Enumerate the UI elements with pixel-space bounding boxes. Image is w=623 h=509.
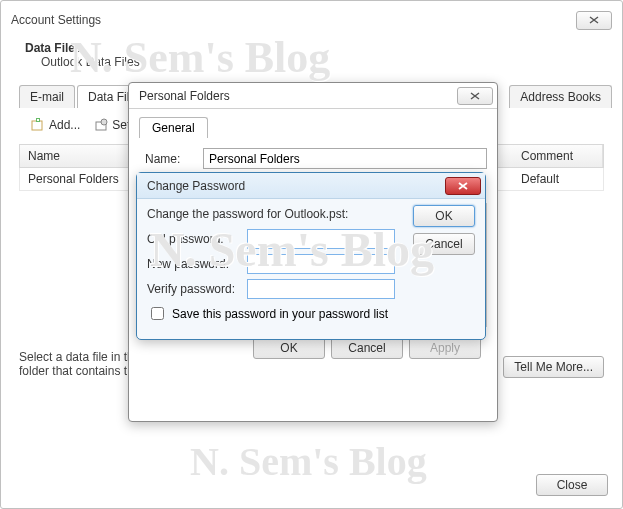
svg-rect-2: [37, 119, 39, 121]
pf-cancel-button[interactable]: Cancel: [331, 337, 403, 359]
gear-icon: [94, 118, 108, 132]
cp-ok-button[interactable]: OK: [413, 205, 475, 227]
pf-name-input[interactable]: [203, 148, 487, 169]
cp-new-label: New password:: [147, 257, 247, 271]
pf-close-button[interactable]: [457, 87, 493, 105]
window-close-button[interactable]: [576, 11, 612, 30]
svg-point-4: [101, 119, 107, 125]
cp-verify-input[interactable]: [247, 279, 395, 299]
cp-title: Change Password: [147, 179, 245, 193]
cp-new-input[interactable]: [247, 254, 395, 274]
pf-ok-button[interactable]: OK: [253, 337, 325, 359]
section-subtitle: Outlook Data Files: [41, 55, 612, 69]
pf-name-label: Name:: [145, 152, 193, 166]
cp-verify-label: Verify password:: [147, 282, 247, 296]
add-icon: [31, 118, 45, 132]
cp-old-label: Old password:: [147, 232, 247, 246]
pf-title: Personal Folders: [139, 89, 230, 103]
window-title: Account Settings: [11, 13, 101, 27]
tab-email[interactable]: E-mail: [19, 85, 75, 108]
pf-tab-general[interactable]: General: [139, 117, 208, 138]
change-password-dialog: Change Password Change the password for …: [136, 172, 486, 340]
close-button[interactable]: Close: [536, 474, 608, 496]
pf-apply-button: Apply: [409, 337, 481, 359]
section-title: Data Files: [25, 41, 612, 55]
tell-me-more-button[interactable]: Tell Me More...: [503, 356, 604, 378]
tab-address-books[interactable]: Address Books: [509, 85, 612, 108]
col-comment[interactable]: Comment: [513, 145, 603, 167]
cp-save-label: Save this password in your password list: [172, 307, 388, 321]
cp-old-input[interactable]: [247, 229, 395, 249]
add-button[interactable]: Add...: [27, 116, 84, 134]
cp-cancel-button[interactable]: Cancel: [413, 233, 475, 255]
svg-rect-0: [32, 121, 42, 130]
add-label: Add...: [49, 118, 80, 132]
cp-save-checkbox[interactable]: [151, 307, 164, 320]
cp-close-button[interactable]: [445, 177, 481, 195]
cell-comment: Default: [513, 168, 603, 190]
